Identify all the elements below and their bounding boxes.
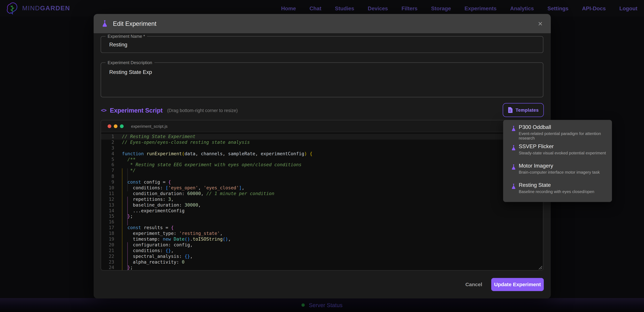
traffic-light-yellow-icon (114, 124, 118, 128)
line-number: 11 (101, 191, 114, 196)
code-text: spectral_analysis: {}, (114, 254, 192, 259)
code-line[interactable]: 18 experiment_type: 'resting_state', (101, 231, 543, 236)
template-item-title: Motor Imagery (519, 162, 600, 168)
traffic-light-red-icon (108, 124, 111, 128)
line-number: 21 (101, 248, 114, 254)
code-text: const config = { (114, 180, 171, 185)
code-text (114, 174, 122, 180)
code-text: // Resting State Experiment (114, 134, 195, 140)
code-text: const results = { (114, 225, 174, 231)
template-item-texts: Resting StateBaseline recording with eye… (519, 182, 594, 201)
nav-item-api-docs[interactable]: API-Docs (582, 5, 606, 11)
cancel-button[interactable]: Cancel (466, 282, 482, 287)
code-line[interactable]: 14 ...experimentConfig (101, 208, 543, 214)
code-line[interactable]: 13 baseline_duration: 30000, (101, 202, 543, 208)
experiment-name-label: Experiment Name * (106, 34, 147, 39)
nav-item-storage[interactable]: Storage (431, 5, 451, 11)
experiment-name-input[interactable] (108, 41, 523, 48)
nav-item-settings[interactable]: Settings (548, 5, 568, 11)
code-line[interactable]: 8 (101, 174, 543, 180)
code-line[interactable]: 22 spectral_analysis: {}, (101, 254, 543, 259)
template-item-texts: Motor ImageryBrain-computer interface mo… (519, 162, 600, 182)
modal-title: Edit Experiment (113, 20, 156, 27)
template-item-p300-oddball[interactable]: P300 OddballEvent-related potential para… (503, 124, 612, 143)
line-number: 22 (101, 254, 114, 259)
code-line[interactable]: 23 alpha_reactivity: 0 (101, 259, 543, 265)
app-root: MINDGARDEN HomeChatStudiesDevicesFilters… (0, 0, 644, 312)
nav-item-logout[interactable]: Logout (619, 5, 638, 11)
code-line[interactable]: 24 }; (101, 265, 543, 270)
code-line[interactable]: 9 const config = { (101, 180, 543, 185)
code-line[interactable]: 16 (101, 219, 543, 225)
nav-item-analytics[interactable]: Analytics (510, 5, 534, 11)
script-section-header: <> Experiment Script (Drag bottom-right … (101, 107, 238, 114)
line-number: 14 (101, 208, 114, 214)
modal-footer: Cancel Update Experiment (466, 278, 544, 291)
code-line[interactable]: 2// Eyes-open/eyes-closed resting state … (101, 140, 543, 145)
update-experiment-button[interactable]: Update Experiment (491, 278, 544, 291)
nav-item-home[interactable]: Home (281, 5, 296, 11)
template-item-description: Steady-state visual evoked potential exp… (519, 151, 606, 155)
resize-grip[interactable] (538, 266, 542, 270)
template-item-title: SSVEP Flicker (519, 143, 606, 149)
flask-icon (511, 164, 516, 170)
close-icon[interactable]: × (538, 20, 542, 28)
code-area[interactable]: 1// Resting State Experiment2// Eyes-ope… (101, 132, 543, 270)
nav-item-devices[interactable]: Devices (368, 5, 388, 11)
nav-item-experiments[interactable]: Experiments (464, 5, 497, 11)
code-line[interactable]: 1// Resting State Experiment (101, 134, 543, 140)
code-line[interactable]: 4function runExperiment(data, channels, … (101, 151, 543, 157)
line-number: 1 (101, 134, 114, 140)
code-line[interactable]: 19 timestamp: new Date().toISOString(), (101, 236, 543, 242)
line-number: 16 (101, 219, 114, 225)
line-number: 15 (101, 214, 114, 219)
template-item-ssvep-flicker[interactable]: SSVEP FlickerSteady-state visual evoked … (503, 143, 612, 162)
templates-menu: P300 OddballEvent-related potential para… (503, 120, 612, 202)
code-line[interactable]: 7 */ (101, 168, 543, 174)
code-line[interactable]: 20 configuration: config, (101, 242, 543, 248)
template-item-resting-state[interactable]: Resting StateBaseline recording with eye… (503, 182, 612, 201)
code-line[interactable]: 15 }; (101, 214, 543, 219)
code-line[interactable]: 6 * Resting state EEG experiment with ey… (101, 162, 543, 168)
nav-item-chat[interactable]: Chat (310, 5, 321, 11)
code-text: ...experimentConfig (114, 208, 184, 214)
line-number: 7 (101, 168, 114, 174)
line-number: 13 (101, 202, 114, 208)
editor-filename: experiment_script.js (131, 124, 168, 128)
line-number: 5 (101, 156, 114, 162)
code-line[interactable]: 10 conditions: ['eyes_open', 'eyes_close… (101, 185, 543, 191)
experiment-name-field[interactable]: Experiment Name * (100, 36, 544, 53)
brand[interactable]: MINDGARDEN (5, 1, 70, 16)
experiment-description-field[interactable]: Experiment Description Resting State Exp (100, 62, 544, 97)
code-line[interactable]: 3 (101, 145, 543, 151)
code-line[interactable]: 12 repetitions: 3, (101, 196, 543, 202)
code-text (114, 145, 122, 151)
server-status-link[interactable]: Server Status (309, 302, 342, 308)
line-number: 24 (101, 265, 114, 270)
line-number: 2 (101, 140, 114, 145)
code-text: conditions: ['eyes_open', 'eyes_closed']… (114, 185, 244, 191)
nav-item-filters[interactable]: Filters (402, 5, 418, 11)
experiment-description-label: Experiment Description (106, 60, 154, 65)
experiment-description-input[interactable]: Resting State Exp (108, 68, 530, 94)
template-item-motor-imagery[interactable]: Motor ImageryBrain-computer interface mo… (503, 162, 612, 182)
code-line[interactable]: 5 /** (101, 156, 543, 162)
flask-icon (102, 20, 108, 27)
indent-guide (127, 168, 128, 191)
modal-header: Edit Experiment × (94, 14, 551, 33)
line-number: 23 (101, 259, 114, 265)
nav-item-studies[interactable]: Studies (335, 5, 354, 11)
code-text: // Eyes-open/eyes-closed resting state a… (114, 140, 250, 145)
code-text: }; (114, 214, 133, 219)
edit-experiment-modal: Edit Experiment × Experiment Name * Expe… (94, 14, 551, 298)
code-line[interactable]: 11 condition_duration: 60000, // 1 minut… (101, 191, 543, 196)
code-line[interactable]: 17 const results = { (101, 225, 543, 231)
status-dot-icon (302, 304, 305, 306)
templates-button[interactable]: Templates (503, 103, 544, 117)
code-text: alpha_reactivity: 0 (114, 259, 184, 265)
line-number: 19 (101, 236, 114, 242)
flask-icon (511, 126, 516, 132)
code-line[interactable]: 21 conditions: {}, (101, 248, 543, 254)
code-editor[interactable]: experiment_script.js 1// Resting State E… (100, 120, 544, 270)
indent-guide (127, 197, 128, 225)
